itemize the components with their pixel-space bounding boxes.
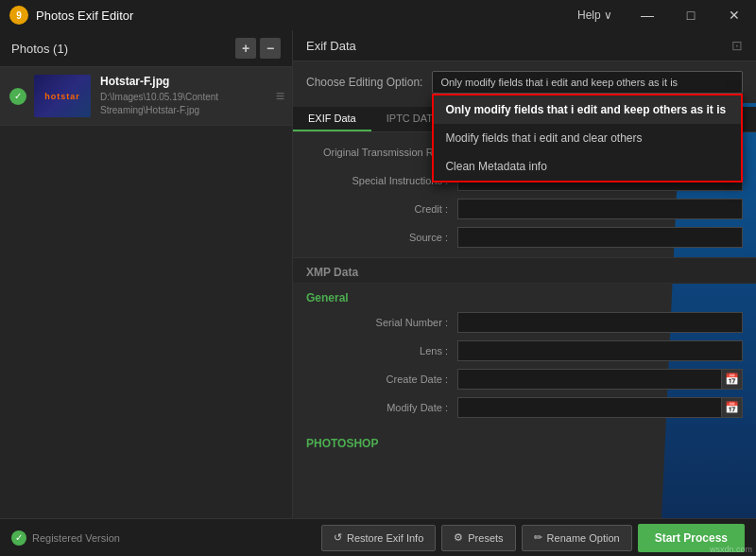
photo-name: Hotstar-F.jpg (100, 75, 283, 88)
source-input[interactable] (457, 227, 743, 248)
lens-row: Lens : (293, 337, 756, 365)
registered-status: ✓ Registered Version (11, 530, 120, 546)
photo-thumbnail: hotstar (34, 75, 91, 117)
lens-label: Lens : (306, 345, 448, 356)
presets-icon: ⚙ (454, 531, 463, 544)
photo-path: D:\Images\10.05.19\Content Streaming\Hot… (100, 91, 283, 117)
right-panel-header: Exif Data ⊡ (293, 30, 756, 61)
create-date-calendar-icon[interactable]: 📅 (722, 369, 743, 390)
xmp-section-header: XMP Data (293, 257, 756, 284)
special-instructions-label: Special Instructions : (306, 175, 448, 186)
window-controls: Help ∨ — □ ✕ (564, 0, 756, 30)
modify-date-input[interactable] (457, 397, 722, 418)
remove-photo-button[interactable]: − (260, 38, 281, 59)
main-container: Photos (1) + − ✓ hotstar Hotstar-F.jpg D… (0, 30, 756, 518)
maximize-button[interactable]: □ (669, 0, 713, 30)
editing-option-row: Choose Editing Option: Only modify field… (293, 61, 756, 103)
create-date-label: Create Date : (306, 374, 448, 385)
editing-option-select[interactable]: Only modify fields that i edit and keep … (432, 71, 743, 94)
editing-option-label: Choose Editing Option: (306, 76, 422, 89)
serial-number-label: Serial Number : (306, 317, 448, 328)
titlebar: 9 Photos Exif Editor Help ∨ — □ ✕ (0, 0, 756, 30)
registered-icon: ✓ (11, 530, 26, 546)
create-date-input[interactable] (457, 369, 722, 390)
photo-list-item[interactable]: ✓ hotstar Hotstar-F.jpg D:\Images\10.05.… (0, 67, 292, 126)
modify-date-row: Modify Date : 📅 (293, 393, 756, 422)
presets-button[interactable]: ⚙ Presets (441, 525, 515, 551)
modify-date-field-wrapper: 📅 (457, 397, 743, 418)
photo-thumb-inner: hotstar (34, 75, 91, 117)
create-date-row: Create Date : 📅 (293, 365, 756, 393)
lens-input[interactable] (457, 340, 743, 361)
photo-check-icon: ✓ (9, 88, 26, 105)
serial-number-row: Serial Number : (293, 308, 756, 337)
credit-label: Credit : (306, 203, 448, 215)
editing-option-dropdown-popup: Only modify fields that i edit and keep … (432, 94, 743, 182)
restore-icon: ↺ (334, 531, 342, 544)
exif-panel-title: Exif Data (306, 39, 356, 53)
app-title: Photos Exif Editor (36, 9, 133, 23)
left-panel: Photos (1) + − ✓ hotstar Hotstar-F.jpg D… (0, 30, 293, 518)
modify-date-calendar-icon[interactable]: 📅 (722, 397, 743, 418)
bottom-bar: ✓ Registered Version ↺ Restore Exif Info… (0, 518, 756, 556)
add-photo-button[interactable]: + (235, 38, 256, 59)
dropdown-option-3[interactable]: Clean Metadata info (434, 152, 741, 181)
tab-exif-data[interactable]: EXIF Data (293, 107, 371, 131)
registered-label: Registered Version (32, 532, 120, 544)
panel-icon: ⊡ (731, 38, 743, 53)
photos-panel-title: Photos (1) (11, 42, 68, 56)
general-section-label: General (293, 284, 756, 308)
original-transmission-ref-label: Original Transmission Ref : (306, 147, 448, 158)
help-menu[interactable]: Help ∨ (564, 0, 626, 30)
dropdown-option-2[interactable]: Modify fields that i edit and clear othe… (434, 124, 741, 152)
modify-date-label: Modify Date : (306, 402, 448, 413)
watermark: wsxdn.com (710, 545, 752, 554)
restore-exif-button[interactable]: ↺ Restore Exif Info (321, 525, 436, 551)
source-row: Source : (293, 223, 756, 252)
bottom-actions: ↺ Restore Exif Info ⚙ Presets ✏ Rename O… (321, 524, 745, 552)
credit-row: Credit : (293, 195, 756, 223)
photo-info: Hotstar-F.jpg D:\Images\10.05.19\Content… (100, 75, 283, 117)
credit-input[interactable] (457, 199, 743, 219)
rename-option-button[interactable]: ✏ Rename Option (522, 525, 632, 551)
serial-number-input[interactable] (457, 312, 743, 333)
form-area: Original Transmission Ref : Special Inst… (293, 132, 756, 518)
minimize-button[interactable]: — (626, 0, 669, 30)
create-date-field-wrapper: 📅 (457, 369, 743, 390)
photoshop-section-label: PHOTOSHOP (293, 429, 756, 454)
app-logo: 9 (9, 6, 28, 25)
source-label: Source : (306, 232, 448, 243)
panel-header-buttons: + − (235, 38, 281, 59)
editing-option-dropdown-wrapper: Only modify fields that i edit and keep … (432, 71, 743, 94)
close-button[interactable]: ✕ (713, 0, 756, 30)
rename-icon: ✏ (534, 531, 542, 544)
right-panel: Exif Data ⊡ Choose Editing Option: Only … (293, 30, 756, 518)
dropdown-option-1[interactable]: Only modify fields that i edit and keep … (434, 96, 741, 124)
left-panel-header: Photos (1) + − (0, 30, 292, 67)
photo-menu-icon[interactable]: ≡ (276, 88, 284, 105)
